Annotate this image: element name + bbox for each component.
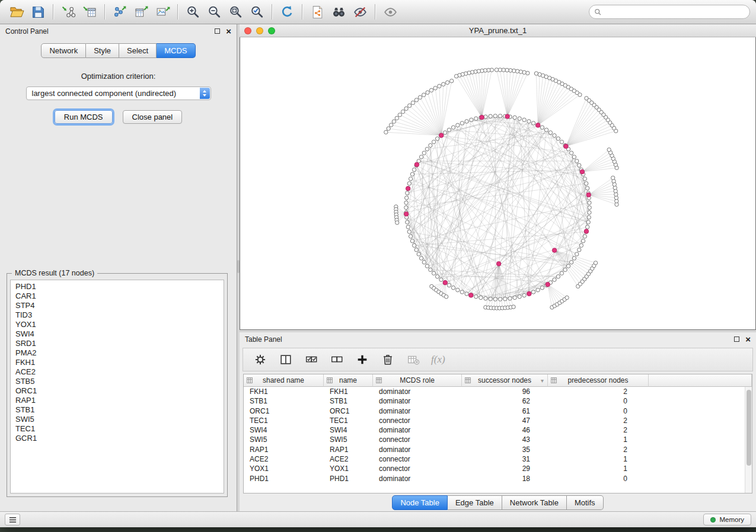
close-panel-icon[interactable]: × [745, 336, 751, 342]
mcds-result-node[interactable]: FKH1 [11, 358, 224, 367]
mcds-result-node[interactable]: PMA2 [11, 348, 224, 358]
refresh-view-button[interactable] [276, 3, 298, 21]
column-header[interactable]: name ▾ [324, 374, 373, 387]
mcds-result-node[interactable]: TEC1 [11, 424, 224, 434]
float-panel-icon[interactable] [215, 28, 220, 34]
mcds-result-title: MCDS result (17 nodes) [12, 269, 97, 277]
network-canvas[interactable] [240, 37, 756, 330]
mcds-result-node[interactable]: CAR1 [11, 291, 224, 301]
cell-shared-name: SWI4 [244, 425, 324, 435]
panel-menu-button[interactable] [5, 514, 20, 525]
control-panel-tab[interactable]: MCDS [157, 43, 195, 58]
zoom-out-icon [207, 5, 222, 20]
close-panel-icon[interactable]: × [226, 28, 231, 34]
hide-selected-button[interactable] [349, 3, 371, 21]
scrollbar-thumb[interactable] [747, 390, 751, 466]
open-session-button[interactable] [6, 3, 27, 21]
checked-boxes-icon [305, 353, 318, 366]
close-panel-button[interactable]: Close panel [123, 110, 183, 124]
vertical-splitter[interactable] [237, 24, 240, 511]
hamburger-icon [8, 516, 17, 524]
zoom-out-button[interactable] [203, 3, 225, 21]
cell-predecessor-nodes: 2 [548, 416, 649, 425]
mcds-result-list[interactable]: PHD1 CAR1 STP4 TID3 YOX1 SWI4 SRD1 PMA2 [10, 280, 224, 493]
table-tab[interactable]: Network Table [502, 495, 567, 510]
import-network-button[interactable] [58, 3, 79, 21]
cell-name: FKH1 [324, 387, 373, 396]
export-table-button[interactable] [130, 3, 152, 21]
table-tab[interactable]: Edge Table [448, 495, 502, 510]
table-row[interactable]: FKH1 FKH1 dominator 96 2 [244, 387, 745, 396]
table-row[interactable]: TEC1 TEC1 connector 47 2 [244, 416, 745, 425]
mcds-result-node[interactable]: STP4 [11, 301, 224, 310]
deselect-all-button[interactable] [329, 352, 344, 367]
mcds-result-node[interactable]: STB5 [11, 377, 224, 386]
table-row[interactable]: YOX1 YOX1 connector 29 1 [244, 464, 745, 473]
import-table-button[interactable] [79, 3, 100, 21]
mcds-result-node[interactable]: SWI5 [11, 415, 224, 424]
zoom-in-button[interactable] [182, 3, 203, 21]
table-row[interactable]: SWI5 SWI5 connector 43 1 [244, 435, 745, 444]
column-header[interactable]: successor nodes ▾ [462, 374, 548, 387]
chevron-down-icon[interactable]: ▾ [541, 377, 544, 384]
mcds-result-node[interactable]: SRD1 [11, 339, 224, 348]
criterion-select[interactable]: largest connected component (undirected) [26, 86, 211, 100]
column-header[interactable]: MCDS role ▾ [373, 374, 462, 387]
export-network-button[interactable] [109, 3, 130, 21]
cell-predecessor-nodes: 0 [548, 474, 649, 483]
cell-name: TEC1 [324, 416, 373, 425]
run-mcds-button[interactable]: Run MCDS [55, 110, 113, 124]
cell-name: ORC1 [324, 406, 373, 416]
show-columns-button[interactable] [278, 352, 294, 367]
mcds-result-node[interactable]: ORC1 [11, 386, 224, 396]
mcds-result-node[interactable]: GCR1 [11, 434, 224, 443]
mcds-result-node[interactable]: RAP1 [11, 396, 224, 405]
cell-name: SWI4 [324, 425, 373, 435]
toolbar-separator [272, 4, 272, 20]
add-column-button[interactable] [355, 352, 370, 367]
table-row[interactable]: RAP1 RAP1 dominator 35 2 [244, 445, 745, 454]
mcds-result-node[interactable]: PHD1 [11, 282, 224, 291]
table-tab[interactable]: Node Table [392, 495, 448, 510]
cell-successor-nodes: 29 [462, 464, 548, 473]
mcds-result-node[interactable]: TID3 [11, 310, 224, 320]
delete-table-icon [407, 353, 420, 366]
table-row[interactable]: STB1 STB1 dominator 62 0 [244, 396, 745, 406]
table-tab[interactable]: Motifs [567, 495, 604, 510]
memory-button[interactable]: Memory [703, 514, 751, 525]
function-builder-button-disabled[interactable]: f(x) [431, 354, 445, 366]
splitter-grip[interactable] [237, 260, 240, 273]
table-row[interactable]: ACE2 ACE2 connector 31 1 [244, 454, 745, 464]
mcds-result-node[interactable]: YOX1 [11, 320, 224, 329]
float-panel-icon[interactable] [734, 336, 739, 342]
mcds-result-node[interactable]: STB1 [11, 405, 224, 415]
search-icon [594, 8, 602, 16]
export-image-button[interactable] [152, 3, 173, 21]
control-panel-tab[interactable]: Style [86, 43, 119, 58]
mcds-result-node[interactable]: SWI4 [11, 329, 224, 339]
mcds-result-node[interactable]: ACE2 [11, 367, 224, 377]
control-panel-tab[interactable]: Network [41, 43, 86, 58]
delete-table-button-disabled[interactable] [406, 352, 421, 367]
table-row[interactable]: SWI4 SWI4 dominator 46 2 [244, 425, 745, 435]
export-to-web-button[interactable] [307, 3, 328, 21]
network-graph[interactable] [240, 37, 755, 329]
cell-shared-name: ACE2 [244, 454, 324, 464]
save-session-button[interactable] [27, 3, 49, 21]
show-all-button[interactable] [379, 3, 401, 21]
search-input[interactable] [605, 7, 745, 17]
zoom-selected-button[interactable] [246, 3, 267, 21]
table-row[interactable]: PHD1 PHD1 dominator 18 0 [244, 474, 745, 483]
control-panel-tab[interactable]: Select [119, 43, 157, 58]
node-table: shared name ▾ name ▾ [243, 374, 752, 493]
cell-name: SWI5 [324, 435, 373, 444]
column-header[interactable]: shared name ▾ [244, 374, 324, 387]
table-scrollbar[interactable] [745, 387, 752, 493]
delete-column-button[interactable] [380, 352, 395, 367]
search-network-button[interactable] [328, 3, 349, 21]
table-row[interactable]: ORC1 ORC1 dominator 61 0 [244, 406, 745, 416]
select-all-button[interactable] [304, 352, 319, 367]
column-header[interactable]: predecessor nodes ▾ [548, 374, 649, 387]
table-settings-button[interactable] [253, 352, 268, 367]
zoom-fit-button[interactable] [225, 3, 246, 21]
